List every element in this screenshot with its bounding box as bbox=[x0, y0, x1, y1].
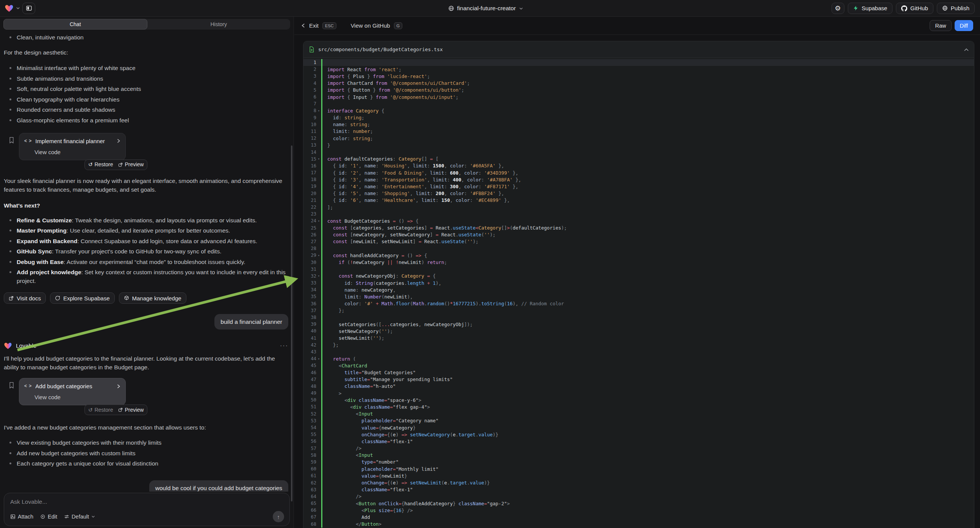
version-card-title: Implement financial planner bbox=[35, 137, 105, 145]
model-selector[interactable]: Default bbox=[64, 514, 95, 520]
chat-panel: Chat History Clean, intuitive navigation… bbox=[0, 17, 294, 528]
restore-icon: ↺ bbox=[88, 160, 93, 169]
list-item: Clean, intuitive navigation bbox=[4, 33, 288, 42]
collapse-chevron-icon[interactable] bbox=[964, 48, 969, 51]
chat-bubble-icon bbox=[55, 296, 60, 301]
restore-preview-pill: ↺ Restore Preview bbox=[84, 159, 147, 170]
attach-button[interactable]: Attach bbox=[10, 514, 33, 520]
chat-messages: Clean, intuitive navigation For the desi… bbox=[4, 33, 288, 491]
manage-knowledge-button[interactable]: Manage knowledge bbox=[119, 293, 186, 304]
code-line: 44▾ return ( bbox=[304, 355, 974, 362]
code-line: 26 const [newCategory, setNewCategory] =… bbox=[304, 231, 974, 238]
chat-input[interactable] bbox=[10, 498, 256, 505]
code-line: 2import React from 'react'; bbox=[304, 66, 974, 73]
assistant-paragraph: Your sleek financial planner is now read… bbox=[4, 177, 288, 194]
code-line: 17 { id: '2', name: 'Food & Dining', lim… bbox=[304, 169, 974, 176]
list-item: Expand with Backend: Connect Supabase to… bbox=[4, 237, 288, 245]
tab-history[interactable]: History bbox=[147, 19, 291, 30]
edit-mode-button[interactable]: Edit bbox=[40, 514, 57, 520]
github-button[interactable]: GitHub bbox=[896, 3, 934, 14]
visit-docs-button[interactable]: Visit docs bbox=[4, 293, 46, 304]
restore-button[interactable]: ↺ Restore bbox=[88, 406, 113, 414]
code-line: 54 value={newCategory} bbox=[304, 424, 974, 431]
project-chevron-icon bbox=[519, 6, 523, 11]
code-line: 66 <Plus size={16} /> bbox=[304, 507, 974, 514]
code-line: 19 { id: '4', name: 'Entertainment', lim… bbox=[304, 183, 974, 190]
bookmark-icon[interactable] bbox=[9, 382, 14, 389]
view-code-link[interactable]: View code bbox=[35, 393, 121, 401]
composer: Attach Edit Default ↑ bbox=[4, 493, 290, 526]
tab-chat[interactable]: Chat bbox=[3, 19, 147, 30]
code-line: 41 setNewLimit(''); bbox=[304, 335, 974, 342]
code-line: 10 name: string; bbox=[304, 121, 974, 128]
chevron-right-icon[interactable] bbox=[117, 138, 121, 143]
bookmark-icon[interactable] bbox=[9, 137, 14, 143]
code-line: 43 bbox=[304, 348, 974, 355]
restore-icon: ↺ bbox=[88, 406, 93, 414]
list-item: Rounded corners and subtle shadows bbox=[4, 105, 288, 114]
preview-button[interactable]: Preview bbox=[118, 406, 143, 414]
list-item: Clean typography with clear hierarchies bbox=[4, 95, 288, 104]
version-card-implement-financial-planner[interactable]: < > Implement financial planner View cod… bbox=[19, 133, 126, 160]
exit-button[interactable]: Exit bbox=[309, 22, 318, 29]
view-on-github-link[interactable]: View on GitHub bbox=[351, 22, 390, 29]
version-card-title: Add budget categories bbox=[35, 382, 92, 391]
external-link-icon bbox=[118, 407, 123, 412]
code-line: 11 limit: number; bbox=[304, 128, 974, 135]
external-link-icon bbox=[118, 162, 123, 167]
code-line: 3import { Plus } from 'lucide-react'; bbox=[304, 73, 974, 80]
workspace-chevron-icon[interactable] bbox=[16, 6, 20, 10]
project-switcher[interactable]: financial-future-creator bbox=[448, 0, 523, 17]
assistant-paragraph: I'll help you add budget categories to t… bbox=[4, 354, 288, 372]
raw-toggle-button[interactable]: Raw bbox=[930, 20, 951, 31]
code-line: 55 onChange={(e) => setNewCategory(e.tar… bbox=[304, 431, 974, 438]
g-key-badge: G bbox=[394, 22, 402, 29]
code-line: 5import { Button } from '@/components/ui… bbox=[304, 87, 974, 94]
version-card-add-budget-categories[interactable]: < > Add budget categories View code bbox=[19, 378, 126, 405]
chevron-right-icon[interactable] bbox=[117, 384, 121, 389]
publish-button[interactable]: Publish bbox=[937, 3, 975, 14]
code-line: 9 id: string; bbox=[304, 115, 974, 121]
supabase-button[interactable]: Supabase bbox=[848, 3, 893, 14]
send-button[interactable]: ↑ bbox=[273, 511, 284, 522]
code-line: 42 }; bbox=[304, 342, 974, 348]
lovable-logo-icon[interactable] bbox=[5, 4, 14, 13]
list-item: View existing budget categories with the… bbox=[4, 438, 288, 447]
code-line: 40 setNewCategory(''); bbox=[304, 328, 974, 334]
code-line: 39 setCategories([...categories, newCate… bbox=[304, 321, 974, 328]
explore-supabase-button[interactable]: Explore Supabase bbox=[50, 293, 115, 304]
code-body[interactable]: 12import React from 'react';3import { Pl… bbox=[304, 58, 974, 528]
chevron-left-icon bbox=[301, 23, 305, 28]
code-line: 53 placeholder="Category name" bbox=[304, 417, 974, 424]
list-item: GitHub Sync: Transfer your project's cod… bbox=[4, 247, 288, 256]
code-line: 8▾interface Category { bbox=[304, 107, 974, 114]
diff-toggle-button[interactable]: Diff bbox=[955, 20, 974, 31]
list-item: Soft, neutral color palette with light b… bbox=[4, 84, 288, 93]
chat-scrollbar[interactable] bbox=[291, 145, 293, 501]
settings-button[interactable]: ⚙ bbox=[832, 3, 845, 14]
code-line: 12 color: string; bbox=[304, 135, 974, 142]
user-message-bubble: would be cool if you could add budget ca… bbox=[149, 480, 288, 491]
code-line: 28 bbox=[304, 245, 974, 252]
list-item: Debug with Ease: Activate our experiment… bbox=[4, 258, 288, 266]
assistant-name: Lovable bbox=[16, 341, 37, 350]
globe-icon bbox=[448, 5, 454, 11]
list-item: Glass-morphic elements for a premium fee… bbox=[4, 116, 288, 125]
top-bar: financial-future-creator ⚙ Supabase GitH… bbox=[0, 0, 980, 17]
preview-button[interactable]: Preview bbox=[118, 160, 143, 169]
code-line: 15▾const defaultCategories: Category[] =… bbox=[304, 156, 974, 162]
more-options-icon[interactable]: ··· bbox=[280, 341, 288, 350]
file-header[interactable]: src/components/budget/BudgetCategories.t… bbox=[304, 41, 974, 58]
code-line: 4import ChartCard from '@/components/ui/… bbox=[304, 80, 974, 87]
code-line: 64 /> bbox=[304, 493, 974, 500]
restore-button[interactable]: ↺ Restore bbox=[88, 160, 113, 169]
code-line: 21 { id: '6', name: 'Healthcare', limit:… bbox=[304, 197, 974, 204]
code-viewer-header: Exit ESC View on GitHub G Raw Diff bbox=[294, 17, 980, 35]
design-heading: For the design aesthetic: bbox=[4, 48, 288, 57]
view-code-link[interactable]: View code bbox=[35, 148, 121, 156]
sidebar-toggle-icon[interactable] bbox=[22, 3, 35, 14]
code-line: 59 type="number" bbox=[304, 459, 974, 466]
code-line: 45 <ChartCard bbox=[304, 362, 974, 369]
code-line: 33 id: String(categories.length + 1), bbox=[304, 280, 974, 286]
user-message-bubble: build a financial planner bbox=[215, 314, 288, 329]
